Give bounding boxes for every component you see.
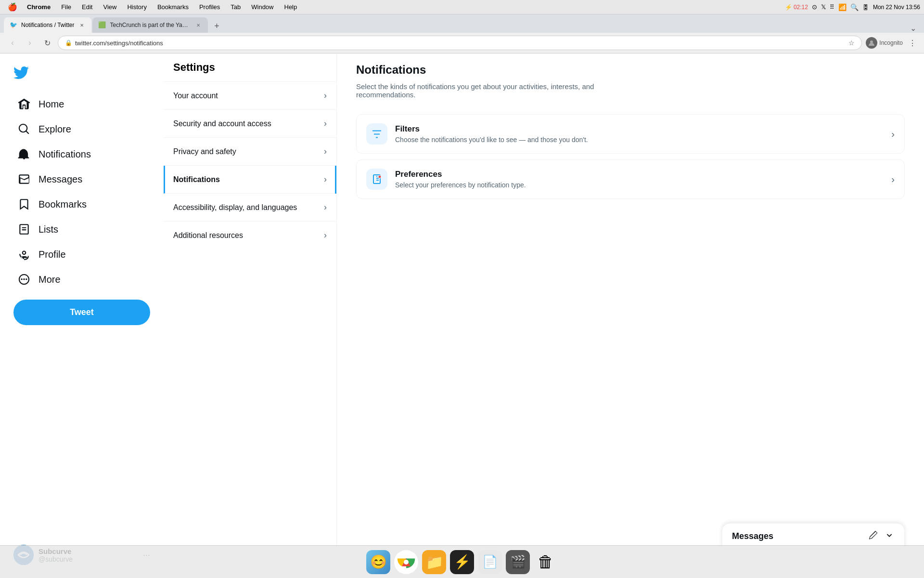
settings-item-your-account[interactable]: Your account ›	[164, 82, 336, 110]
activity-monitor-icon: ⊙	[812, 3, 817, 11]
filters-svg-icon	[371, 128, 383, 140]
url-text: twitter.com/settings/notifications	[75, 39, 846, 47]
tab-techcrunch[interactable]: 🟩 TechCrunch is part of the Yaho... ✕	[92, 17, 208, 33]
preferences-title: Preferences	[395, 170, 891, 179]
messages-compose-icon[interactable]	[868, 530, 878, 543]
finder-icon: 😊	[370, 554, 387, 570]
document-icon: 📄	[482, 554, 498, 569]
settings-item-accessibility[interactable]: Accessibility, display, and languages ›	[164, 194, 336, 222]
settings-label-security: Security and account access	[173, 119, 324, 128]
twitter-bird-icon	[13, 65, 29, 80]
menu-bookmarks[interactable]: Bookmarks	[153, 2, 193, 12]
sidebar-item-bookmarks[interactable]: Bookmarks	[10, 192, 154, 217]
search-icon[interactable]: 🔍	[850, 3, 859, 11]
envelope-svg	[18, 173, 30, 185]
chevron-right-privacy: ›	[324, 146, 327, 157]
menu-tab[interactable]: Tab	[226, 2, 245, 12]
twitter-icon-menubar: 𝕏	[821, 3, 826, 11]
notifications-nav-icon	[17, 147, 31, 161]
trash-icon: 🗑	[538, 552, 554, 571]
sidebar-item-lists[interactable]: Lists	[10, 217, 154, 242]
profile-nav-label: Profile	[38, 249, 66, 260]
tab1-close[interactable]: ✕	[78, 21, 86, 29]
filters-icon-wrap	[366, 123, 387, 144]
chevron-right-accessibility: ›	[324, 202, 327, 212]
tweet-button[interactable]: Tweet	[13, 300, 150, 325]
profile-nav-icon	[17, 248, 31, 261]
menu-bar: 🍎 Chrome File Edit View History Bookmark…	[0, 0, 924, 14]
address-bar: ‹ › ↻ 🔒 twitter.com/settings/notificatio…	[0, 33, 924, 53]
tab2-title: TechCrunch is part of the Yaho...	[110, 22, 191, 28]
notifications-filters-item[interactable]: Filters Choose the notifications you'd l…	[356, 114, 905, 154]
preferences-description: Select your preferences by notification …	[395, 181, 891, 189]
sidebar-item-notifications[interactable]: Notifications	[10, 142, 154, 167]
new-tab-button[interactable]: +	[210, 19, 223, 33]
dock-finder[interactable]: 😊	[366, 550, 390, 574]
home-label: Home	[38, 99, 64, 110]
apple-menu[interactable]: 🍎	[4, 1, 21, 13]
explore-svg	[18, 123, 30, 135]
control-center-icon[interactable]: 🎛	[862, 3, 869, 11]
menu-file[interactable]: File	[56, 2, 76, 12]
profile-button[interactable]	[866, 37, 877, 49]
notifications-preferences-item[interactable]: Preferences Select your preferences by n…	[356, 159, 905, 199]
dock-finder2[interactable]: 📁	[422, 550, 446, 574]
menu-help[interactable]: Help	[280, 2, 302, 12]
url-bar[interactable]: 🔒 twitter.com/settings/notifications ☆	[58, 36, 862, 50]
lists-svg	[18, 223, 30, 236]
notifications-panel-subtitle: Select the kinds of notifications you ge…	[356, 82, 645, 99]
tab1-favicon: 🐦	[10, 21, 17, 29]
bookmark-star-icon[interactable]: ☆	[848, 39, 855, 47]
dock-trash[interactable]: 🗑	[534, 550, 558, 574]
sidebar-item-more[interactable]: More	[10, 267, 154, 292]
menu-bar-left: 🍎 Chrome File Edit View History Bookmark…	[4, 1, 302, 13]
menu-profiles[interactable]: Profiles	[194, 2, 225, 12]
dock-app5[interactable]: 🎬	[506, 550, 530, 574]
menu-view[interactable]: View	[98, 2, 121, 12]
lock-icon: 🔒	[65, 39, 72, 46]
menu-window[interactable]: Window	[246, 2, 278, 12]
settings-header: Settings	[164, 53, 336, 82]
twitter-logo[interactable]	[10, 61, 154, 92]
incognito-label: Incognito	[879, 39, 903, 46]
tab2-favicon: 🟩	[98, 21, 106, 29]
preferences-chevron-icon: ›	[891, 174, 895, 185]
settings-item-privacy[interactable]: Privacy and safety ›	[164, 138, 336, 166]
tab-notifications-twitter[interactable]: 🐦 Notifications / Twitter ✕	[4, 17, 91, 33]
filters-content: Filters Choose the notifications you'd l…	[395, 124, 891, 144]
tab-search-button[interactable]: ⌄	[906, 24, 920, 33]
tab2-close[interactable]: ✕	[194, 21, 202, 29]
sidebar-item-profile[interactable]: Profile	[10, 242, 154, 267]
forward-button[interactable]: ›	[23, 36, 37, 50]
settings-item-wrapper-notifications: Notifications ›	[164, 166, 336, 194]
chevron-right-security: ›	[324, 118, 327, 129]
settings-item-notifications[interactable]: Notifications ›	[164, 166, 336, 194]
settings-label-additional: Additional resources	[173, 231, 324, 240]
back-button[interactable]: ‹	[6, 36, 19, 50]
sidebar-item-messages[interactable]: Messages	[10, 167, 154, 192]
preferences-content: Preferences Select your preferences by n…	[395, 170, 891, 189]
browser-menu-button[interactable]: ⋮	[907, 39, 918, 48]
settings-item-additional[interactable]: Additional resources ›	[164, 222, 336, 249]
video-icon: 🎬	[510, 554, 526, 569]
messages-collapse-icon[interactable]	[884, 530, 895, 543]
sidebar-item-explore[interactable]: Explore	[10, 117, 154, 142]
menu-history[interactable]: History	[122, 2, 151, 12]
menu-edit[interactable]: Edit	[77, 2, 97, 12]
bookmark-svg	[18, 198, 30, 210]
bell-svg	[18, 148, 30, 160]
dock-app3[interactable]: ⚡	[450, 550, 474, 574]
settings-panel: Settings Your account › Security and acc…	[164, 53, 337, 578]
app-name[interactable]: Chrome	[22, 2, 55, 12]
reload-button[interactable]: ↻	[40, 36, 54, 50]
preferences-svg-icon	[371, 173, 383, 185]
settings-label-privacy: Privacy and safety	[173, 147, 324, 156]
sidebar-item-home[interactable]: Home	[10, 92, 154, 117]
dock-app4[interactable]: 📄	[478, 550, 502, 574]
menu-bar-right: ⚡ 02:12 ⊙ 𝕏 ⠿ 📶 🔍 🎛 Mon 22 Nov 13:56	[785, 3, 920, 11]
settings-item-wrapper-privacy: Privacy and safety ›	[164, 138, 336, 166]
notifications-panel-title: Notifications	[356, 63, 905, 77]
compose-svg-icon	[868, 530, 878, 540]
settings-item-security[interactable]: Security and account access ›	[164, 110, 336, 138]
dock-chrome[interactable]	[394, 550, 418, 574]
